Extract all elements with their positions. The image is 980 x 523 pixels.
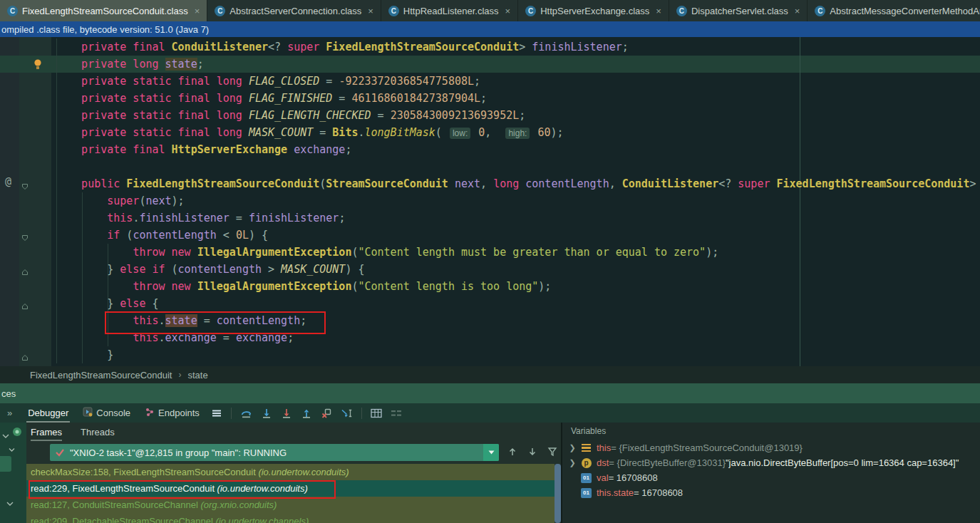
code-line: this.exchange = exchange; [0,329,980,346]
code-line: private static final long FLAG_FINISHED … [0,90,980,107]
tab-threads[interactable]: Threads [81,423,115,441]
variables-title: Variables [571,426,606,436]
chevron-down-icon[interactable] [2,429,9,442]
variable-row[interactable]: 01val = 16708608 [562,470,980,485]
step-over-button[interactable] [240,408,252,419]
chevron-down-icon[interactable] [9,442,15,455]
fold-up-icon[interactable] [21,266,29,279]
layout-settings-icon[interactable] [391,408,402,418]
run-to-cursor-button[interactable] [341,408,353,419]
editor-tab[interactable]: CAbstractMessageConverterMethodArgumentR… [808,0,980,21]
class-icon: C [7,6,18,16]
class-icon: C [215,6,225,16]
variable-value: = 16708608 [634,487,683,498]
tab-console[interactable]: Console [76,403,138,423]
tab-label: FixedLengthStreamSourceConduit.class [22,6,188,16]
variable-row[interactable]: 01this.state = 16708608 [562,485,980,500]
breadcrumb: FixedLengthStreamSourceConduit › state [0,366,980,383]
tab-label: DispatcherServlet.class [691,6,788,16]
tab-label: AbstractMessageConverterMethodArgumentRe… [830,6,980,16]
fold-down-icon[interactable] [21,232,29,244]
menu-icon[interactable] [211,408,222,418]
code-line: private final ConduitListener<? super Fi… [0,38,980,56]
param-variable-icon: p [581,458,592,468]
separator [231,408,232,419]
drop-frame-button[interactable] [321,408,332,419]
hide-tabs-icon[interactable]: » [7,408,11,418]
editor-tab[interactable]: CAbstractServerConnection.class× [207,0,381,21]
class-icon: C [815,6,825,16]
code-line: } else if (contentLength > MASK_COUNT) { [0,261,980,278]
variable-name: dst [597,457,609,468]
debug-panels: Frames Threads "XNIO-2 task-1"@12,815 in… [0,423,980,523]
move-down-icon[interactable] [527,447,537,460]
editor-tab[interactable]: CDispatcherServlet.class× [669,0,808,21]
step-into-button[interactable] [261,408,272,419]
variable-name: this [597,442,611,453]
lightbulb-icon[interactable] [33,58,43,73]
frames-scrollbar[interactable] [555,464,561,523]
variable-value: = 16708608 [609,472,658,483]
code-line: private static final long FLAG_LENGTH_CH… [0,107,980,124]
chevron-right-icon: › [178,370,181,380]
this-variable-icon [581,443,592,453]
fold-down-icon[interactable] [21,180,29,193]
close-tab-icon[interactable]: × [368,6,373,16]
tab-bar: CFixedLengthStreamSourceConduit.class×CA… [0,0,980,21]
editor-tab[interactable]: CHttpServerExchange.class× [518,0,669,21]
move-up-icon[interactable] [507,447,517,460]
evaluate-expression-button[interactable] [371,408,382,418]
fold-up-icon[interactable] [21,351,29,364]
close-tab-icon[interactable]: × [505,6,511,16]
tab-label: HttpServerExchange.class [540,6,649,16]
thread-label: "XNIO-2 task-1"@12,815 in group "main": … [70,447,287,458]
code-line: throw new IllegalArgumentException("Cont… [0,244,980,261]
debug-toolbar: » Debugger Console Endpoints [0,403,980,423]
code-line: } [0,346,980,363]
force-step-into-button[interactable] [281,408,292,419]
endpoints-icon [145,407,155,419]
filter-icon[interactable] [547,447,557,460]
stack-frame-row[interactable]: checkMaxSize:158, FixedLengthStreamSourc… [26,464,555,480]
variable-row[interactable]: ❯this = {FixedLengthStreamSourceConduit@… [562,440,980,455]
stack-frame-row[interactable]: read:229, FixedLengthStreamSourceConduit… [26,480,555,497]
code-line [0,158,980,175]
code-line: public FixedLengthStreamSourceConduit(St… [0,175,980,192]
editor-tab[interactable]: CFixedLengthStreamSourceConduit.class× [0,0,207,21]
debug-session-icon[interactable] [12,427,22,440]
tab-debugger[interactable]: Debugger [21,403,76,423]
chevron-down-icon[interactable] [6,497,14,509]
annotation-at-icon[interactable]: @ [5,175,11,188]
close-tab-icon[interactable]: × [195,6,200,16]
variable-name: val [597,472,609,483]
close-tab-icon[interactable]: × [795,6,800,16]
tool-rail [0,423,26,523]
tab-label: HttpReadListener.class [403,6,499,16]
breadcrumb-class[interactable]: FixedLengthStreamSourceConduit [30,370,172,380]
tab-frames[interactable]: Frames [31,423,62,441]
fold-up-icon[interactable] [21,300,29,313]
stack-frame-row[interactable]: read:209, DetachableStreamSourceChannel … [26,513,555,523]
tab-endpoints[interactable]: Endpoints [138,403,207,423]
editor-tab[interactable]: CHttpReadListener.class× [381,0,518,21]
chevron-down-icon[interactable] [483,444,499,461]
close-tab-icon[interactable]: × [656,6,661,16]
thread-selector[interactable]: "XNIO-2 task-1"@12,815 in group "main": … [50,444,499,461]
expand-chevron-icon[interactable]: ❯ [568,458,577,467]
expand-chevron-icon[interactable]: ❯ [568,443,577,452]
step-out-button[interactable] [301,408,312,419]
check-icon [55,448,65,457]
frame-package: (io.undertow.conduits) [258,467,349,477]
variable-value: = {FixedLengthStreamSourceConduit@13019} [611,442,803,453]
code-line: this.state = contentLength; [0,312,980,329]
frame-location: read:209, DetachableStreamSourceChannel [31,516,215,523]
prim-variable-icon: 01 [581,473,592,483]
editor[interactable]: private final ConduitListener<? super Fi… [0,37,980,366]
variable-name: this.state [597,487,634,498]
stack-frame-row[interactable]: read:127, ConduitStreamSourceChannel (or… [26,497,555,513]
breadcrumb-member[interactable]: state [187,370,207,380]
variables-list: ❯this = {FixedLengthStreamSourceConduit@… [562,440,980,500]
code-line: private static final long FLAG_CLOSED = … [0,73,980,90]
variable-row[interactable]: ❯pdst = {DirectByteBuffer@13031} "java.n… [562,455,980,470]
class-icon: C [525,6,536,16]
